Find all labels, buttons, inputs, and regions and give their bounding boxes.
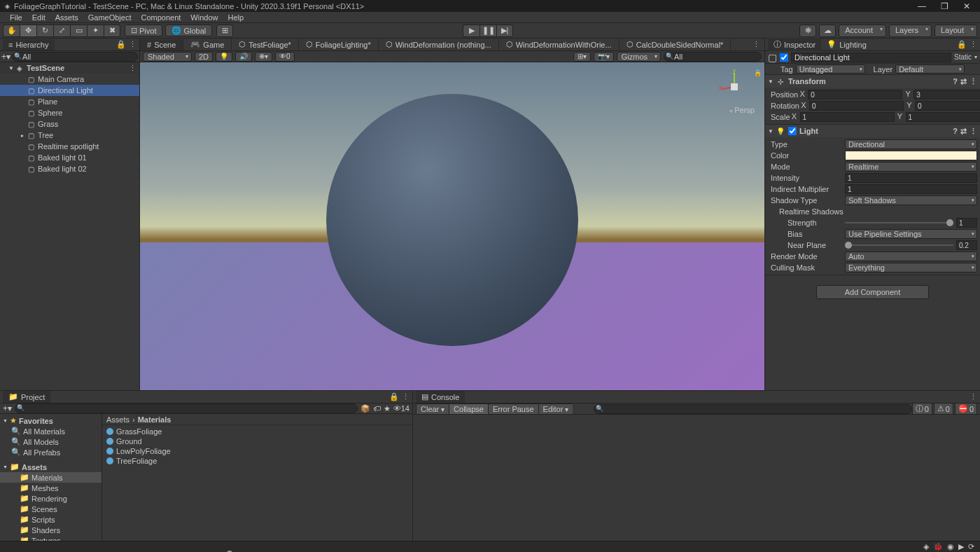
auto-generate-icon[interactable]: ◈: [923, 542, 929, 551]
lock-icon[interactable]: 🔒: [957, 40, 967, 49]
clear-button[interactable]: Clear ▾: [416, 403, 449, 415]
scene-menu-icon[interactable]: ⋮: [129, 64, 139, 73]
breadcrumb-item[interactable]: Materials: [138, 415, 172, 424]
hierarchy-item[interactable]: ▢Main Camera: [0, 74, 139, 85]
lock-gizmo-icon[interactable]: 🔒: [754, 69, 762, 76]
tab-menu-icon[interactable]: ⋮: [752, 40, 764, 49]
render-mode-dropdown[interactable]: Auto: [845, 251, 977, 261]
layout-dropdown[interactable]: Layout: [934, 25, 977, 37]
hidden-toggle[interactable]: 👁0: [275, 52, 295, 62]
menu-window[interactable]: Window: [186, 13, 222, 22]
hierarchy-item[interactable]: ▢Plane: [0, 96, 139, 107]
tab-shader[interactable]: ⬡FoliageLighting*: [299, 39, 379, 50]
gameobject-name-input[interactable]: [791, 53, 951, 62]
hierarchy-item[interactable]: ▢Baked light 02: [0, 163, 139, 174]
tab-shader[interactable]: ⬡CalcDoubleSidedNormal*: [620, 39, 732, 50]
scene-search[interactable]: All: [664, 52, 762, 62]
fold-icon[interactable]: ▼: [768, 78, 774, 85]
menu-assets[interactable]: Assets: [51, 13, 83, 22]
menu-component[interactable]: Component: [136, 13, 185, 22]
hierarchy-tab[interactable]: ≡Hierarchy: [3, 39, 55, 50]
pos-x-input[interactable]: [808, 90, 902, 99]
console-search[interactable]: [594, 404, 912, 414]
menu-icon[interactable]: ⋮: [402, 392, 410, 401]
strength-input[interactable]: [956, 218, 977, 228]
close-button[interactable]: ✕: [962, 1, 972, 11]
scl-x-input[interactable]: [800, 112, 895, 122]
favorites-header[interactable]: ▼★Favorites: [0, 415, 102, 426]
snap-toggle[interactable]: ⊞: [216, 25, 233, 37]
hierarchy-item[interactable]: ▢Sphere: [0, 107, 139, 118]
inspector-tab[interactable]: ⓘInspector: [768, 38, 821, 51]
material-file[interactable]: Ground: [106, 436, 408, 446]
culling-dropdown[interactable]: Everything: [845, 263, 977, 272]
layers-dropdown[interactable]: Layers: [889, 25, 932, 37]
shadow-type-dropdown[interactable]: Soft Shadows: [845, 195, 977, 205]
folder-item[interactable]: 📁Materials: [0, 472, 102, 483]
debug-icon[interactable]: ▶: [958, 542, 964, 551]
fold-icon[interactable]: ▼: [768, 128, 774, 134]
2d-toggle[interactable]: 2D: [195, 52, 213, 62]
hand-tool-button[interactable]: ✋: [3, 25, 20, 37]
hierarchy-item[interactable]: ▸▢Tree: [0, 130, 139, 141]
orientation-gizmo[interactable]: y x: [717, 69, 752, 104]
menu-icon[interactable]: ⋮: [969, 40, 977, 49]
add-component-button[interactable]: Add Component: [816, 285, 930, 299]
menu-help[interactable]: Help: [223, 13, 248, 22]
star-icon[interactable]: ★: [384, 404, 391, 413]
menu-file[interactable]: File: [6, 13, 27, 22]
cache-icon[interactable]: ◉: [947, 542, 954, 551]
menu-icon[interactable]: ⋮: [969, 77, 977, 86]
console-tab[interactable]: ▤Console: [416, 391, 465, 403]
add-button[interactable]: +▾: [3, 403, 12, 413]
tab-shader[interactable]: ⬡WindDeformationWithOrie...: [499, 39, 620, 50]
folder-item[interactable]: 📁Meshes: [0, 483, 102, 493]
hidden-icon[interactable]: 👁14: [393, 404, 410, 413]
intensity-input[interactable]: [845, 173, 977, 183]
transform-tool-button[interactable]: ✦: [87, 25, 104, 37]
material-file[interactable]: GrassFoliage: [106, 427, 408, 436]
tag-dropdown[interactable]: Untagged: [796, 64, 865, 74]
hierarchy-item[interactable]: ▢Directional Light: [0, 85, 139, 96]
favorite-item[interactable]: 🔍All Materials: [0, 426, 102, 436]
fx-toggle[interactable]: ❋▾: [255, 52, 272, 62]
minimize-button[interactable]: —: [917, 1, 927, 11]
hierarchy-item[interactable]: ▢Grass: [0, 118, 139, 130]
preset-icon[interactable]: ⇄: [960, 77, 967, 86]
menu-icon[interactable]: ⋮: [969, 392, 977, 401]
help-icon[interactable]: ?: [953, 127, 958, 136]
activity-icon[interactable]: ⟳: [968, 542, 974, 551]
light-enabled-checkbox[interactable]: [788, 127, 797, 135]
enabled-checkbox[interactable]: [780, 53, 788, 62]
editor-dropdown[interactable]: Editor ▾: [538, 403, 573, 415]
shading-dropdown[interactable]: Shaded: [143, 52, 192, 62]
bug-icon[interactable]: 🐞: [933, 542, 943, 551]
lighting-toggle[interactable]: 💡: [216, 52, 232, 62]
global-toggle[interactable]: 🌐Global: [165, 25, 212, 36]
warn-count[interactable]: ⚠0: [934, 403, 953, 415]
hierarchy-item[interactable]: ▢Realtime spotlight: [0, 141, 139, 152]
lock-icon[interactable]: 🔒: [389, 392, 399, 401]
favorite-item[interactable]: 🔍All Models: [0, 436, 102, 447]
menu-edit[interactable]: Edit: [28, 13, 50, 22]
near-plane-slider[interactable]: [845, 244, 953, 246]
lighting-tab[interactable]: 💡Lighting: [821, 39, 872, 50]
camera-toggle[interactable]: 📷▾: [594, 52, 614, 62]
play-button[interactable]: ▶: [463, 25, 479, 37]
error-pause-button[interactable]: Error Pause: [488, 403, 538, 415]
color-field[interactable]: ✎: [845, 151, 977, 160]
material-file[interactable]: TreeFoliage: [106, 456, 408, 466]
near-plane-input[interactable]: [956, 240, 977, 250]
grid-toggle[interactable]: ⊞▾: [573, 52, 591, 62]
folder-item[interactable]: 📁Shaders: [0, 525, 102, 535]
folder-item[interactable]: 📁Scenes: [0, 504, 102, 514]
lock-icon[interactable]: 🔒: [116, 40, 126, 49]
tab-game[interactable]: 🎮Game: [183, 39, 232, 50]
rot-x-input[interactable]: [809, 101, 904, 111]
cloud-icon[interactable]: ☁: [819, 25, 836, 37]
filter-icon[interactable]: 📦: [360, 404, 370, 413]
layer-dropdown[interactable]: Default: [895, 64, 965, 74]
tab-shader[interactable]: ⬡TestFoliage*: [232, 39, 299, 50]
collab-icon[interactable]: ❋: [799, 25, 816, 37]
hierarchy-item[interactable]: ▢Baked light 01: [0, 152, 139, 163]
